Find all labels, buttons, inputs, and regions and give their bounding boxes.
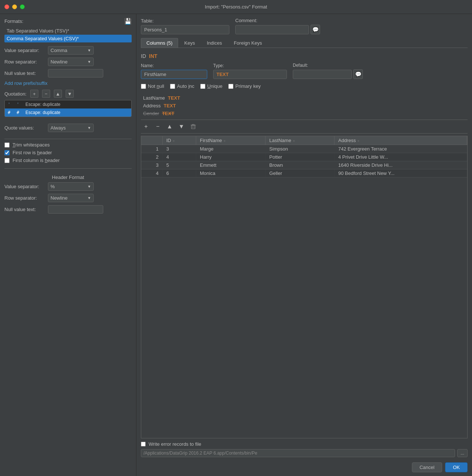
- col-name-input[interactable]: [141, 70, 207, 79]
- row-num-1: 1: [141, 145, 162, 153]
- close-button[interactable]: [4, 4, 9, 9]
- value-separator-select-wrapper[interactable]: Comma Tab Semicolon Space ▼: [48, 46, 94, 55]
- traffic-lights: [4, 4, 25, 9]
- col-type-input[interactable]: [213, 70, 287, 79]
- first-column-header-label: First column is header: [13, 158, 60, 163]
- col-name-group: Name:: [141, 63, 207, 79]
- primary-key-label: Primary key: [235, 83, 261, 89]
- column-list-item-gender[interactable]: Gender TEXT: [141, 110, 468, 117]
- column-list-item-address[interactable]: Address TEXT: [141, 102, 468, 110]
- header-value-sep-select-wrapper[interactable]: % Comma Tab ▼: [48, 182, 94, 191]
- header-row-sep-select-wrapper[interactable]: Newline CRLF CR ▼: [48, 194, 94, 202]
- quote-char-hash2: #: [17, 110, 22, 115]
- trim-whitespaces-checkbox[interactable]: [4, 142, 10, 148]
- ok-button[interactable]: OK: [445, 462, 468, 472]
- quotation-add-btn[interactable]: +: [30, 90, 38, 98]
- quotation-item-single[interactable]: ' ' Escape: duplicate: [5, 100, 131, 108]
- write-error-checkbox[interactable]: [141, 442, 146, 446]
- comment-row: 💬: [235, 25, 320, 34]
- header-value-sep-select[interactable]: % Comma Tab: [48, 183, 85, 190]
- quotation-down-btn[interactable]: ▼: [66, 90, 74, 98]
- toolbar-down-btn[interactable]: ▼: [176, 121, 187, 132]
- cell-firstname-3: Emmett: [196, 161, 266, 169]
- col-gender-name: Gender: [143, 111, 159, 116]
- value-separator-select[interactable]: Comma Tab Semicolon Space: [48, 46, 85, 54]
- row-separator-select-wrapper[interactable]: Newline CRLF CR ▼: [48, 58, 94, 66]
- tab-foreign-keys[interactable]: Foreign Keys: [228, 38, 268, 48]
- quotation-item-hash[interactable]: # # Escape: duplicate: [5, 108, 131, 117]
- column-list-item-lastname[interactable]: LastName TEXT: [141, 94, 468, 102]
- cancel-button[interactable]: Cancel: [412, 462, 442, 472]
- row-separator-label: Row separator:: [4, 59, 45, 65]
- unique-checkbox[interactable]: [200, 84, 205, 89]
- header-row-sep-label: Row separator:: [4, 195, 45, 201]
- quote-values-select[interactable]: Always Never If needed: [48, 124, 85, 132]
- header-value-sep-arrow-icon: ▼: [85, 183, 93, 190]
- quotation-escape-1: Escape: duplicate: [25, 102, 60, 107]
- quotation-remove-btn[interactable]: −: [42, 90, 50, 98]
- window-title: Import: "Persons.csv" Format: [205, 4, 267, 10]
- divider-2: [4, 168, 132, 169]
- table-row[interactable]: 1 3 Marge Simpson 742 Evergreen Terrace: [141, 145, 467, 153]
- svg-rect-0: [191, 125, 195, 129]
- th-id[interactable]: ID⬦: [162, 136, 196, 145]
- comment-btn[interactable]: 💬: [310, 25, 320, 34]
- row-separator-select[interactable]: Newline CRLF CR: [48, 58, 85, 66]
- toolbar-delete-btn[interactable]: [188, 121, 198, 132]
- header-row-sep-select[interactable]: Newline CRLF CR: [48, 194, 85, 202]
- quotation-up-btn[interactable]: ▲: [54, 90, 62, 98]
- not-null-checkbox[interactable]: [141, 84, 146, 89]
- format-item-csv[interactable]: Comma Separated Values (CSV)*: [4, 35, 132, 42]
- toolbar-remove-btn[interactable]: −: [153, 121, 163, 132]
- tabs-row: Columns (5) Keys Indices Foreign Keys: [141, 38, 468, 48]
- table-row[interactable]: 4 6 Monica Geller 90 Bedford Street New …: [141, 169, 467, 177]
- col-default-input[interactable]: [293, 70, 352, 79]
- primary-key-checkbox[interactable]: [228, 84, 233, 89]
- col-type-label: Type:: [213, 63, 287, 68]
- add-row-prefix-link[interactable]: Add row prefix/suffix: [4, 80, 132, 86]
- quote-values-select-wrapper[interactable]: Always Never If needed ▼: [48, 124, 94, 132]
- browse-btn[interactable]: ...: [457, 449, 468, 457]
- primary-key-option: Primary key: [228, 83, 261, 89]
- formats-list: Tab Separated Values (TSV)* Comma Separa…: [4, 27, 132, 42]
- cell-id-1: 3: [162, 145, 196, 153]
- th-firstname[interactable]: FirstName⬦: [196, 136, 266, 145]
- cell-address-2: 4 Privet Drive Little W...: [334, 153, 467, 161]
- table-label: Table:: [141, 18, 229, 24]
- table-row[interactable]: 3 5 Emmett Brown 1640 Riverside Drive Hi…: [141, 161, 467, 169]
- first-row-header-checkbox[interactable]: [4, 150, 10, 155]
- data-table-wrapper[interactable]: ID⬦ FirstName⬦ LastName⬦ Address⬦: [141, 136, 468, 438]
- col-lastname-name: LastName: [143, 95, 165, 101]
- tab-indices[interactable]: Indices: [201, 38, 228, 48]
- col-id-label: ID: [141, 53, 146, 59]
- header-null-value-row: Null value text:: [4, 205, 132, 214]
- header-row-sep-arrow-icon: ▼: [85, 195, 93, 201]
- auto-inc-checkbox[interactable]: [170, 84, 175, 89]
- header-null-value-label: Null value text:: [4, 207, 45, 212]
- header-null-value-input[interactable]: [48, 205, 103, 214]
- file-path-input[interactable]: [141, 449, 455, 457]
- auto-inc-option: Auto inc: [170, 83, 194, 89]
- minimize-button[interactable]: [12, 4, 17, 9]
- quote-char-1: ': [8, 102, 14, 107]
- table-row[interactable]: 2 4 Harry Potter 4 Privet Drive Little W…: [141, 153, 467, 161]
- toolbar-up-btn[interactable]: ▲: [164, 121, 175, 132]
- th-lastname[interactable]: LastName⬦: [266, 136, 334, 145]
- quotation-header: Quotation: + − ▲ ▼: [4, 90, 132, 98]
- th-address[interactable]: Address⬦: [334, 136, 467, 145]
- tab-columns[interactable]: Columns (5): [141, 38, 178, 48]
- null-value-input[interactable]: [48, 69, 103, 77]
- cell-firstname-4: Monica: [196, 169, 266, 177]
- first-column-header-checkbox[interactable]: [4, 158, 10, 163]
- save-icon[interactable]: 💾: [124, 18, 132, 25]
- file-path-row: ...: [141, 449, 468, 457]
- format-item-tsv[interactable]: Tab Separated Values (TSV)*: [4, 27, 132, 35]
- right-panel: Table: Comment: 💬 Columns (5) Keys Indic…: [136, 14, 472, 476]
- col-type-badge: INT: [149, 53, 157, 59]
- col-default-comment-btn[interactable]: 💬: [353, 69, 363, 79]
- tab-keys[interactable]: Keys: [179, 38, 201, 48]
- toolbar-add-btn[interactable]: +: [141, 121, 151, 132]
- comment-input[interactable]: [235, 25, 309, 34]
- table-name-input[interactable]: [141, 25, 229, 34]
- maximize-button[interactable]: [20, 4, 25, 9]
